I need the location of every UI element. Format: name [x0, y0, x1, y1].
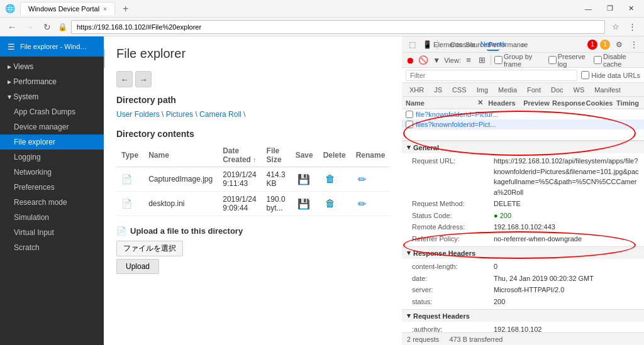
sidebar-item-virtual-input[interactable]: Virtual Input: [0, 225, 104, 240]
disable-cache-label[interactable]: Disable cache: [594, 53, 641, 68]
tab-ws[interactable]: WS: [569, 84, 590, 96]
breadcrumb: User Folders \ Pictures \ Camera Roll \: [116, 110, 389, 119]
tab-xhr[interactable]: XHR: [404, 84, 429, 96]
rename-file-btn[interactable]: ✏: [356, 173, 368, 185]
sidebar-item-file-explorer[interactable]: File explorer: [0, 134, 104, 150]
filter-bar: Hide data URLs: [402, 68, 644, 83]
request-cb[interactable]: [406, 121, 413, 128]
record-btn[interactable]: ⏺: [404, 54, 416, 67]
tab-js[interactable]: JS: [429, 84, 447, 96]
file-choose-btn[interactable]: ファイルを選択: [116, 241, 183, 256]
delete-file-btn[interactable]: 🗑: [323, 173, 337, 185]
group-by-frame-cb[interactable]: [494, 56, 502, 64]
back-btn[interactable]: ←: [5, 20, 19, 34]
tab-css[interactable]: CSS: [447, 84, 472, 96]
tab-media[interactable]: Media: [493, 84, 522, 96]
tab-doc[interactable]: Doc: [546, 84, 569, 96]
col-delete: Delete: [318, 144, 351, 167]
sidebar-item-research-mode[interactable]: Research mode: [0, 195, 104, 210]
upload-btn[interactable]: Upload: [116, 259, 159, 274]
sidebar-item-system[interactable]: ▾ System: [0, 89, 104, 104]
sidebar-item-app-crash-dumps[interactable]: App Crash Dumps: [0, 104, 104, 119]
performance-tab[interactable]: Performance: [502, 38, 514, 51]
sidebar-item-performance[interactable]: ▸ Performance: [0, 74, 104, 89]
save-file-btn[interactable]: 💾: [296, 198, 312, 210]
browser-tab[interactable]: Windows Device Portal ×: [20, 2, 115, 15]
tab-manifest[interactable]: Manifest: [589, 84, 626, 96]
more-icon[interactable]: ⋮: [625, 20, 639, 34]
breadcrumb-pictures[interactable]: Pictures: [166, 110, 193, 119]
devtools-settings-icon[interactable]: ⚙: [613, 38, 625, 51]
file-size: 190.0 byt...: [262, 192, 291, 216]
col-date[interactable]: Date Created ↑: [218, 144, 261, 167]
view-list-btn[interactable]: ≡: [463, 54, 474, 67]
breadcrumb-user-folders[interactable]: User Folders: [116, 110, 160, 119]
save-file-btn[interactable]: 💾: [296, 173, 312, 185]
request-row[interactable]: file?knownfolderid=Pictur...: [402, 109, 644, 119]
sidebar-collapse-btn[interactable]: ◀: [104, 49, 105, 68]
col-headers[interactable]: Headers: [483, 99, 521, 107]
back-arrow-btn[interactable]: ←: [116, 71, 133, 87]
delete-file-btn[interactable]: 🗑: [323, 198, 337, 209]
forward-btn[interactable]: →: [23, 20, 36, 34]
toolbar-icons: ☆ ⋮: [609, 20, 639, 34]
sidebar-item-simulation[interactable]: Simulation: [0, 210, 104, 225]
group-by-frame-label[interactable]: Group by frame: [494, 53, 547, 68]
sidebar-item-device-manager[interactable]: Device manager: [0, 119, 104, 134]
refresh-btn[interactable]: ↻: [40, 20, 54, 34]
sidebar-item-preferences[interactable]: Preferences: [0, 180, 104, 195]
app-title: File explorer - Windows Device Portal: [20, 43, 89, 50]
devtools-inspect-icon[interactable]: ⬚: [406, 38, 418, 51]
network-toolbar: ⏺ 🚫 ▼ View: ≡ ⊞ Group by frame Preserve …: [402, 53, 644, 68]
window-controls: — ❐ ✕: [580, 3, 639, 14]
tab-img[interactable]: Img: [472, 84, 493, 96]
col-preview[interactable]: Preview: [521, 99, 552, 107]
upload-title: 📄 Upload a file to this directory: [116, 226, 389, 236]
general-section-header[interactable]: ▾ General: [402, 141, 644, 153]
restore-btn[interactable]: ❐: [602, 3, 618, 14]
forward-arrow-btn[interactable]: →: [135, 71, 152, 87]
file-date: 2019/1/24 9:09:44: [218, 192, 261, 216]
more-tabs-btn[interactable]: »: [517, 38, 530, 51]
rename-file-btn[interactable]: ✏: [356, 198, 368, 210]
tab-font[interactable]: Font: [522, 84, 546, 96]
tab-close-btn[interactable]: ×: [103, 6, 107, 13]
response-headers-header[interactable]: ▾ Response Headers: [402, 246, 644, 259]
view-grid-btn[interactable]: ⊞: [476, 54, 487, 67]
breadcrumb-camera-roll[interactable]: Camera Roll: [199, 110, 242, 119]
hide-data-urls-label[interactable]: Hide data URLs: [581, 71, 640, 79]
col-cookies[interactable]: Cookies: [584, 99, 615, 107]
sidebar-item-views[interactable]: ▸ Views: [0, 59, 104, 74]
menu-icon[interactable]: ☰: [8, 42, 15, 52]
new-tab-btn[interactable]: +: [123, 3, 128, 14]
request-headers-header[interactable]: ▾ Request Headers: [402, 309, 644, 322]
col-close[interactable]: ✕: [473, 99, 483, 107]
col-response[interactable]: Response: [552, 99, 584, 107]
col-name[interactable]: Name: [143, 144, 218, 167]
general-label: General: [413, 144, 439, 151]
address-bar[interactable]: [71, 20, 605, 34]
devtools-more-icon[interactable]: ⋮: [628, 38, 640, 51]
file-name: desktop.ini: [143, 192, 218, 216]
clear-btn[interactable]: 🚫: [418, 54, 429, 67]
filter-icon[interactable]: ▼: [431, 54, 442, 67]
hide-data-urls-cb[interactable]: [581, 71, 589, 79]
devtools-device-icon[interactable]: 📱: [421, 38, 433, 51]
sidebar-item-networking[interactable]: Networking: [0, 165, 104, 180]
filter-input[interactable]: [406, 70, 577, 81]
star-icon[interactable]: ☆: [609, 20, 623, 34]
sidebar-item-logging[interactable]: Logging: [0, 150, 104, 165]
close-btn[interactable]: ✕: [623, 3, 639, 14]
request-name: file?knownfolderid=Pictur...: [416, 111, 640, 118]
col-timing[interactable]: Timing: [615, 99, 640, 107]
detail-row: Referrer Policy: no-referrer-when-downgr…: [412, 233, 639, 245]
preserve-log-cb[interactable]: [548, 56, 557, 64]
request-row[interactable]: files?knownfolderid=Pict...: [402, 119, 644, 129]
request-cb[interactable]: [406, 111, 413, 118]
directory-table: Type Name Date Created ↑ File Size Save …: [116, 144, 390, 216]
sidebar-item-scratch[interactable]: Scratch: [0, 240, 104, 255]
disable-cache-cb[interactable]: [594, 56, 602, 64]
preserve-log-label[interactable]: Preserve log: [548, 53, 592, 68]
request-headers-content: :authority:192.168.10.102 :method:DELETE…: [402, 322, 644, 332]
minimize-btn[interactable]: —: [580, 4, 597, 14]
